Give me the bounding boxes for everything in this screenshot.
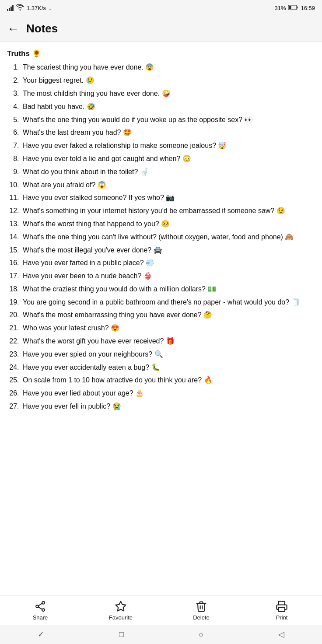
nav-home-button[interactable]: □ — [119, 630, 124, 639]
list-item: Have you ever farted in a public place? … — [21, 258, 315, 269]
wifi-icon — [16, 4, 24, 12]
list-item: Bad habit you have. 🤣 — [21, 102, 315, 112]
list-item: Have you ever accidentally eaten a bug? … — [21, 362, 315, 373]
list-item: What do you think about in the toilet? 🚽 — [21, 167, 315, 178]
status-right: 31% 16:59 — [274, 5, 315, 11]
page-title: Notes — [26, 22, 58, 35]
list-item: Have you ever stalked someone? If yes wh… — [21, 192, 315, 203]
list-item: Have you ever told a lie and got caught … — [21, 154, 315, 164]
list-item: What's the one thing you would do if you… — [21, 115, 315, 126]
svg-marker-8 — [116, 601, 126, 611]
svg-rect-2 — [289, 6, 291, 9]
print-button[interactable]: Print — [264, 600, 299, 621]
battery-text: 31% — [274, 5, 286, 11]
nav-back-button[interactable]: ✓ — [38, 630, 44, 639]
print-label: Print — [276, 614, 288, 621]
favourite-label: Favourite — [109, 614, 133, 621]
speed-text: 1.37K/s — [27, 5, 46, 11]
list-item: What are you afraid of? 😱 — [21, 180, 315, 191]
svg-rect-9 — [279, 607, 285, 611]
delete-label: Delete — [193, 614, 210, 621]
nav-recents-button[interactable]: ○ — [199, 630, 203, 639]
list-item: What's the most illegal you've ever done… — [21, 245, 315, 256]
signal-icon — [7, 5, 14, 11]
svg-point-3 — [42, 602, 45, 604]
questions-list: The scariest thing you have ever done. 😨… — [7, 62, 315, 412]
status-left: 1.37K/s ↓ — [7, 4, 52, 12]
list-item: Your biggest regret. 😢 — [21, 75, 315, 86]
nav-bar: ✓ □ ○ ◁ — [0, 625, 322, 644]
back-button[interactable]: ← — [7, 22, 19, 36]
list-item: Have you ever spied on your neighbours? … — [21, 349, 315, 360]
list-item: The scariest thing you have ever done. 😨 — [21, 62, 315, 73]
svg-line-6 — [38, 603, 42, 606]
header: ← Notes — [0, 16, 322, 42]
share-button[interactable]: Share — [23, 600, 58, 621]
list-item: On scale from 1 to 10 how atractive do y… — [21, 375, 315, 386]
svg-point-5 — [42, 609, 45, 611]
download-icon: ↓ — [49, 5, 52, 11]
list-item: What's the one thing you can't live with… — [21, 232, 315, 243]
note-content: Truths 🌻 The scariest thing you have eve… — [0, 42, 322, 449]
delete-button[interactable]: Delete — [184, 600, 219, 621]
list-item: What's the most embarrassing thing you h… — [21, 310, 315, 321]
svg-point-4 — [36, 605, 38, 608]
section-title: Truths 🌻 — [7, 48, 315, 60]
list-item: Have you ever faked a relationship to ma… — [21, 140, 315, 151]
list-item: What's the worst gift you have ever rece… — [21, 336, 315, 347]
list-item: What's something in your internet histor… — [21, 206, 315, 217]
svg-rect-1 — [297, 6, 298, 8]
list-item: What's the worst thing that happend to y… — [21, 219, 315, 230]
list-item: What's the last dream you had? 🤩 — [21, 127, 315, 138]
nav-forward-button[interactable]: ◁ — [278, 630, 284, 639]
list-item: You are going second in a public bathroo… — [21, 297, 315, 308]
time-text: 16:59 — [301, 5, 315, 11]
list-item: Have you ever been to a nude beach? 👙 — [21, 271, 315, 282]
svg-line-7 — [38, 607, 42, 609]
share-label: Share — [33, 614, 48, 621]
status-bar: 1.37K/s ↓ 31% 16:59 — [0, 0, 322, 16]
favourite-button[interactable]: Favourite — [103, 600, 138, 621]
list-item: Have you ever fell in public? 😭 — [21, 401, 315, 412]
list-item: The most childish thing you have ever do… — [21, 88, 315, 99]
bottom-bar: Share Favourite Delete Print — [0, 595, 322, 625]
list-item: Who was your latest crush? 😍 — [21, 323, 315, 334]
list-item: What the craziest thing you would do wit… — [21, 284, 315, 295]
list-item: Have you ever lied about your age? 🎂 — [21, 388, 315, 399]
battery-icon — [288, 5, 298, 11]
